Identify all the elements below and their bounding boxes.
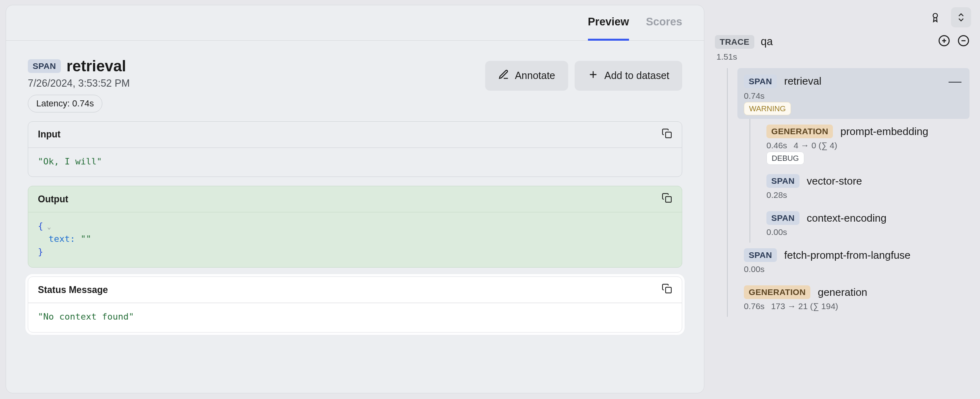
add-icon[interactable] (938, 35, 950, 49)
svg-rect-2 (666, 132, 671, 137)
span-badge: SPAN (766, 211, 799, 225)
copy-icon[interactable] (662, 283, 672, 296)
output-label: Output (38, 194, 68, 205)
warning-badge: WARNING (744, 102, 791, 115)
latency-pill: Latency: 0.74s (28, 95, 102, 112)
debug-badge: DEBUG (766, 152, 804, 165)
input-value: "Ok, I will" (38, 156, 102, 166)
svg-rect-4 (666, 287, 671, 293)
copy-icon[interactable] (662, 193, 672, 206)
node-name: prompt-embedding (840, 125, 928, 138)
node-duration: 0.28s (766, 190, 787, 200)
input-box: Input "Ok, I will" (28, 121, 682, 177)
span-type-badge: SPAN (28, 59, 61, 73)
node-tokens: 173 → 21 (∑ 194) (771, 301, 838, 311)
trace-sidebar: TRACE qa 1.51s (710, 0, 980, 399)
node-name: context-encoding (807, 212, 887, 224)
copy-icon[interactable] (662, 128, 672, 141)
edit-icon (498, 69, 509, 83)
status-label: Status Message (38, 285, 108, 295)
span-badge: SPAN (744, 75, 777, 88)
tree-node-generation[interactable]: GENERATION generation 0.76s 173 → 21 (∑ … (737, 280, 970, 317)
node-duration: 0.00s (766, 227, 787, 237)
annotate-button[interactable]: Annotate (485, 61, 568, 91)
node-name: retrieval (784, 75, 821, 87)
node-duration: 0.76s (744, 301, 764, 311)
status-message-box: Status Message "No context found" (28, 276, 682, 332)
span-title: retrieval (66, 58, 126, 75)
status-value: "No context found" (38, 312, 134, 322)
generation-badge: GENERATION (766, 125, 833, 138)
node-name: vector-store (807, 175, 862, 187)
trace-badge: TRACE (715, 35, 754, 49)
tab-preview[interactable]: Preview (588, 16, 629, 41)
plus-icon (588, 69, 599, 83)
tabs-bar: Preview Scores (6, 5, 704, 41)
annotate-label: Annotate (515, 70, 555, 81)
add-to-dataset-label: Add to dataset (604, 70, 669, 81)
generation-badge: GENERATION (744, 285, 810, 299)
trace-name[interactable]: qa (761, 35, 773, 48)
svg-rect-3 (666, 197, 671, 202)
trace-duration: 1.51s (716, 52, 970, 62)
node-tokens: 4 → 0 (∑ 4) (793, 141, 837, 150)
collapse-button[interactable] (951, 7, 971, 27)
span-badge: SPAN (766, 174, 799, 188)
tree-node-retrieval[interactable]: SPAN retrieval — 0.74s WARNING (737, 68, 970, 119)
span-timestamp: 7/26/2024, 3:53:52 PM (28, 77, 130, 89)
bookmark-icon[interactable] (925, 7, 945, 27)
tree-node-prompt-embedding[interactable]: GENERATION prompt-embedding 0.46s 4 → 0 … (760, 119, 970, 168)
svg-point-5 (933, 13, 938, 18)
tree-node-fetch-prompt[interactable]: SPAN fetch-prompt-from-langfuse 0.00s (737, 243, 970, 280)
node-name: fetch-prompt-from-langfuse (784, 249, 911, 262)
node-name: generation (818, 286, 867, 299)
output-value: { ⌄ text: "" } (28, 212, 682, 267)
tab-scores[interactable]: Scores (646, 16, 682, 40)
input-label: Input (38, 129, 60, 140)
node-duration: 0.46s (766, 141, 787, 150)
collapse-toggle[interactable]: — (949, 74, 965, 89)
main-panel: Preview Scores SPAN retrieval 7/26/2024,… (6, 5, 704, 393)
node-duration: 0.00s (744, 264, 764, 274)
node-duration: 0.74s (744, 91, 764, 101)
span-badge: SPAN (744, 248, 777, 262)
remove-icon[interactable] (957, 35, 970, 49)
tree-node-context-encoding[interactable]: SPAN context-encoding 0.00s (760, 206, 970, 243)
tree-node-vector-store[interactable]: SPAN vector-store 0.28s (760, 168, 970, 206)
output-box: Output { ⌄ text: "" } (28, 186, 682, 268)
add-to-dataset-button[interactable]: Add to dataset (575, 61, 682, 91)
